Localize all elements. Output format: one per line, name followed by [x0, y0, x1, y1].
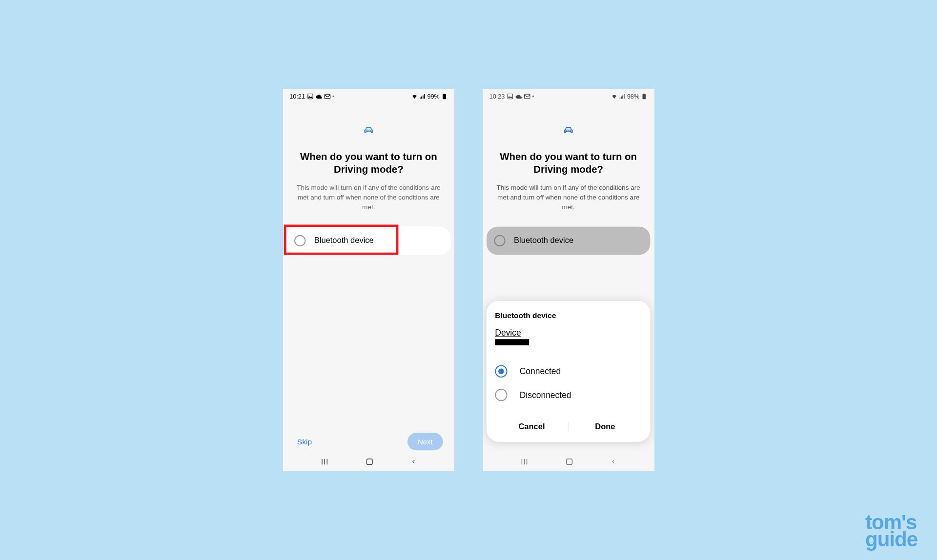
status-dot: [532, 96, 534, 97]
dialog-title: Bluetooth device: [495, 311, 642, 320]
svg-rect-12: [642, 94, 646, 99]
svg-rect-1: [325, 94, 330, 99]
svg-rect-10: [508, 94, 512, 99]
svg-rect-19: [567, 459, 572, 465]
svg-rect-3: [444, 93, 445, 94]
disconnected-option[interactable]: Disconnected: [495, 383, 642, 407]
device-name-redacted: [495, 339, 529, 345]
svg-rect-11: [524, 94, 530, 99]
car-icon: [364, 125, 374, 136]
svg-rect-2: [443, 94, 446, 99]
recents-icon[interactable]: [520, 458, 528, 466]
option-label: Bluetooth device: [514, 236, 573, 245]
status-time: 10:23: [489, 93, 505, 100]
gmail-icon: [524, 93, 530, 100]
svg-rect-9: [367, 459, 372, 465]
cloud-icon: [315, 93, 322, 100]
done-button[interactable]: Done: [569, 415, 642, 438]
status-bar: 10:21 99%: [283, 89, 454, 101]
home-icon[interactable]: [366, 458, 374, 466]
cloud-icon: [515, 93, 522, 100]
back-icon[interactable]: [410, 458, 417, 466]
page-subtext: This mode will turn on if any of the con…: [492, 182, 645, 212]
phone-screenshot-1: 10:21 99% When do you want to turn o: [283, 89, 454, 471]
next-button[interactable]: Next: [407, 433, 443, 450]
skip-button[interactable]: Skip: [294, 437, 315, 446]
radio-button[interactable]: [494, 235, 505, 246]
bluetooth-device-option[interactable]: Bluetooth device: [287, 226, 451, 255]
car-icon: [563, 125, 573, 136]
gmail-icon: [324, 93, 331, 100]
signal-icon: [419, 93, 426, 100]
status-time: 10:21: [289, 93, 305, 100]
image-icon: [507, 93, 513, 100]
bluetooth-device-dialog: Bluetooth device Device Connected Discon…: [487, 301, 651, 442]
watermark: tom's guide: [865, 514, 917, 548]
option-label: Bluetooth device: [314, 236, 374, 245]
page-subtext: This mode will turn on if any of the con…: [292, 182, 445, 212]
recents-icon[interactable]: [320, 458, 328, 466]
battery-text: 99%: [428, 93, 440, 100]
page-title: When do you want to turn on Driving mode…: [292, 150, 445, 176]
status-dot: [332, 96, 334, 97]
battery-icon: [641, 93, 648, 100]
signal-icon: [619, 93, 626, 100]
svg-point-5: [370, 131, 371, 132]
wifi-icon: [611, 93, 618, 100]
radio-button[interactable]: [294, 235, 306, 246]
connected-option[interactable]: Connected: [495, 360, 642, 383]
radio-label: Connected: [520, 366, 561, 376]
page-title: When do you want to turn on Driving mode…: [492, 150, 645, 176]
svg-point-14: [566, 131, 567, 132]
navigation-bar: [283, 452, 454, 471]
home-icon[interactable]: [565, 458, 573, 466]
back-icon[interactable]: [610, 458, 617, 466]
radio-selected[interactable]: [495, 365, 507, 378]
status-bar: 10:23 98%: [483, 89, 654, 101]
radio-unselected[interactable]: [495, 389, 507, 401]
cancel-button[interactable]: Cancel: [495, 415, 568, 438]
svg-rect-13: [643, 93, 645, 94]
wifi-icon: [411, 93, 418, 100]
navigation-bar: [483, 452, 654, 471]
svg-point-4: [366, 131, 367, 132]
radio-label: Disconnected: [520, 390, 571, 400]
device-label[interactable]: Device: [495, 328, 642, 338]
phone-screenshot-2: 10:23 98% When do you want to turn o: [483, 89, 654, 471]
svg-point-15: [570, 131, 571, 132]
bluetooth-device-option[interactable]: Bluetooth device: [487, 226, 651, 255]
svg-rect-0: [307, 94, 312, 99]
image-icon: [307, 93, 314, 100]
watermark-line2: guide: [865, 531, 917, 548]
battery-icon: [441, 93, 448, 100]
battery-text: 98%: [627, 93, 639, 100]
